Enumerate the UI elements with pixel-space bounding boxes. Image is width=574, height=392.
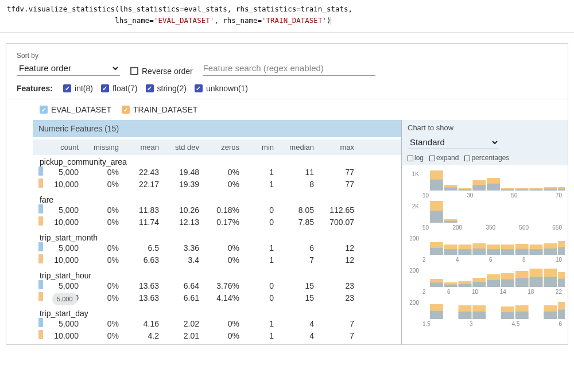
check-icon: ✓ — [195, 84, 203, 92]
facets-overview: Sort by Feature order Reverse order Feat… — [6, 43, 568, 345]
log-checkbox[interactable]: log — [408, 154, 424, 162]
svg-rect-45 — [459, 249, 472, 255]
svg-rect-5 — [459, 189, 472, 191]
series-color-bar — [38, 216, 43, 226]
svg-rect-63 — [444, 285, 457, 287]
svg-rect-75 — [530, 277, 543, 287]
svg-rect-55 — [530, 249, 543, 255]
legend-train[interactable]: ✓TRAIN_DATASET — [122, 105, 197, 114]
x-axis-labels: 10305070 — [405, 192, 564, 199]
check-icon: ✓ — [122, 106, 130, 114]
series-color-bar — [38, 318, 43, 327]
features-label: Features: — [17, 84, 53, 93]
feature-name: trip_start_day — [33, 306, 401, 318]
histogram-chart[interactable]: 200246810 — [405, 232, 564, 262]
histogram-chart[interactable]: 2002610141822 — [405, 264, 564, 294]
table-row: 5,0000%6.53.360%1612 — [33, 242, 401, 254]
series-color-bar — [38, 204, 43, 214]
svg-rect-57 — [544, 249, 557, 255]
svg-rect-67 — [472, 282, 486, 287]
sort-by-group: Sort by Feature order — [17, 52, 120, 76]
svg-rect-91 — [501, 312, 514, 319]
code-cell: tfdv.visualize_statistics(lhs_statistics… — [0, 0, 574, 33]
legend-eval[interactable]: ✓EVAL_DATASET — [40, 105, 111, 114]
svg-rect-73 — [515, 278, 529, 287]
svg-rect-21 — [430, 211, 443, 223]
reverse-order-checkbox[interactable]: Reverse order — [130, 67, 193, 76]
y-axis-label: 1K — [405, 171, 419, 177]
sort-by-select[interactable]: Feature order — [17, 61, 120, 76]
table-row: 5,0000%11.8310.260.18%08.05112.65 — [33, 204, 401, 216]
svg-rect-47 — [472, 249, 486, 255]
chart-type-select[interactable]: Standard — [408, 135, 499, 149]
svg-rect-69 — [487, 280, 500, 287]
svg-rect-19 — [558, 189, 565, 191]
svg-rect-51 — [501, 249, 514, 255]
filter-int[interactable]: ✓int(8) — [63, 84, 93, 93]
histogram-chart[interactable]: 1K10305070 — [405, 168, 564, 197]
svg-rect-93 — [515, 312, 529, 319]
table-row: 5,0000%13.636.643.76%01523 — [33, 280, 401, 292]
histogram-chart[interactable]: 2K50200350500650 — [405, 200, 564, 230]
svg-rect-1 — [430, 180, 443, 191]
svg-rect-11 — [501, 189, 514, 191]
y-axis-label: 200 — [405, 300, 419, 306]
svg-rect-97 — [544, 312, 557, 319]
y-axis-label: 2K — [405, 203, 419, 209]
x-axis-labels: 1.534.56 — [405, 321, 564, 327]
check-icon: ✓ — [40, 106, 48, 114]
dataset-legend: ✓EVAL_DATASET ✓TRAIN_DATASET — [6, 103, 568, 120]
y-axis-label: 200 — [405, 235, 419, 242]
table-row: 5,0000%4.162.020%147 — [33, 318, 401, 330]
x-axis-labels: 2610141822 — [405, 289, 564, 295]
code-line-1: tfdv.visualize_statistics(lhs_statistics… — [7, 5, 352, 13]
svg-rect-65 — [459, 284, 472, 288]
svg-rect-3 — [444, 188, 457, 191]
series-color-bar — [38, 254, 43, 263]
feature-block: fare5,0000%11.8310.260.18%08.05112.6510,… — [33, 193, 401, 228]
filter-unknown[interactable]: ✓unknown(1) — [195, 84, 248, 93]
svg-rect-79 — [558, 279, 565, 287]
svg-rect-59 — [558, 247, 565, 255]
series-color-bar — [38, 280, 43, 289]
histogram-chart[interactable]: 2001.534.56 — [405, 296, 564, 326]
expand-checkbox[interactable]: expand — [429, 154, 459, 162]
svg-rect-61 — [430, 282, 443, 287]
svg-rect-7 — [472, 185, 486, 191]
svg-rect-85 — [459, 312, 472, 319]
check-icon: ✓ — [101, 84, 109, 92]
series-color-bar — [38, 242, 43, 251]
stats-table: Numeric Features (15) count missing mean… — [33, 120, 401, 344]
percentages-checkbox[interactable]: percentages — [464, 154, 509, 162]
x-axis-labels: 50200350500650 — [405, 224, 564, 231]
svg-rect-15 — [530, 189, 543, 191]
feature-name: fare — [33, 193, 401, 204]
svg-rect-13 — [515, 189, 529, 191]
svg-rect-17 — [544, 189, 557, 191]
svg-rect-49 — [487, 249, 500, 255]
x-axis-labels: 246810 — [405, 257, 564, 263]
section-header: Numeric Features (15) — [33, 120, 401, 137]
chart-options-row: log expand percentages — [402, 153, 568, 165]
table-row: 10,0000%13.636.614.14%015235,000 — [33, 292, 401, 304]
tooltip: 5,000 — [52, 293, 77, 305]
series-color-bar — [38, 166, 43, 176]
table-row: 10,0000%11.7412.130.17%07.85700.07 — [33, 216, 401, 228]
svg-rect-77 — [544, 277, 557, 287]
svg-rect-87 — [472, 312, 486, 319]
table-row: 5,0000%22.4319.480%11177 — [33, 166, 401, 178]
filter-string[interactable]: ✓string(2) — [146, 84, 187, 93]
svg-rect-41 — [430, 248, 443, 255]
table-row: 10,0000%6.633.40%1712 — [33, 254, 401, 266]
svg-rect-71 — [501, 280, 514, 287]
feature-name: trip_start_month — [33, 231, 401, 242]
chart-panel: Chart to show Standard log expand percen… — [401, 120, 568, 344]
filter-float[interactable]: ✓float(7) — [101, 84, 138, 93]
svg-rect-43 — [444, 249, 457, 255]
feature-block: pickup_community_area5,0000%22.4319.480%… — [33, 155, 401, 191]
series-color-bar — [38, 292, 43, 301]
checkbox-icon — [130, 67, 138, 75]
feature-search-input[interactable] — [203, 61, 375, 76]
controls-row: Sort by Feature order Reverse order — [6, 44, 568, 79]
svg-rect-9 — [487, 184, 500, 191]
